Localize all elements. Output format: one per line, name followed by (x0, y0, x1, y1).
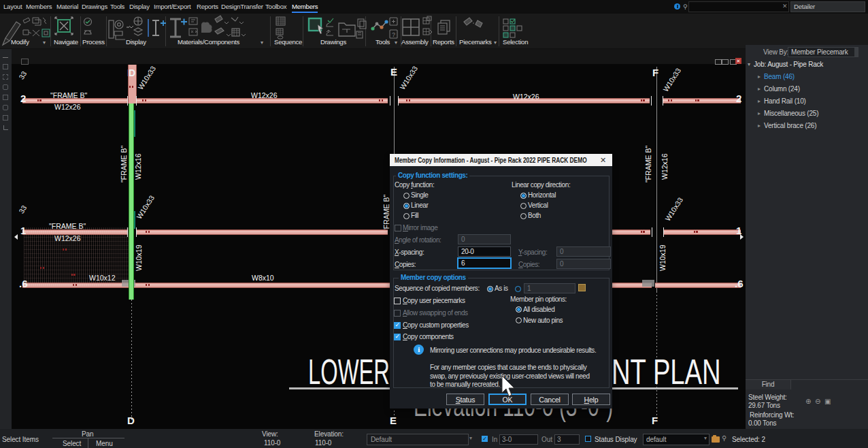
svg-text:?: ? (392, 31, 395, 38)
